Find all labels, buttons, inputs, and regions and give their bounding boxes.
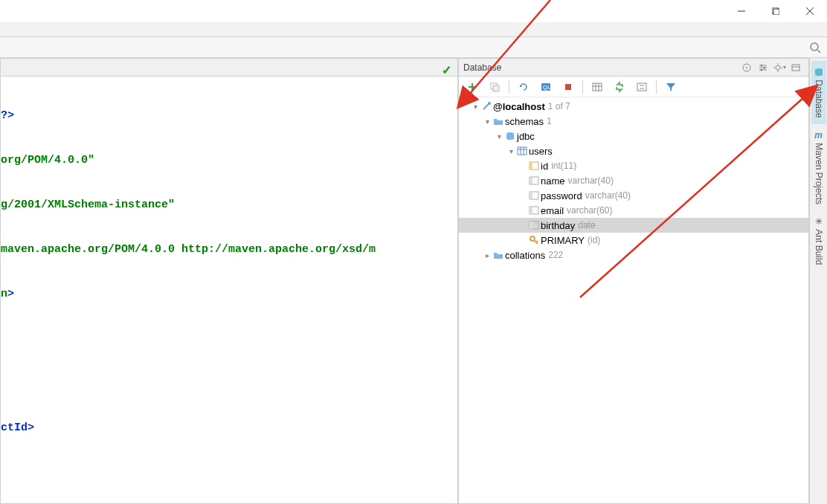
table-button[interactable]	[588, 78, 606, 96]
tree-column-email[interactable]: email varchar(60)	[459, 203, 808, 218]
code-line: n	[1, 288, 7, 300]
database-tree[interactable]: ▾ @localhost 1 of 7 ▾ schemas 1 ▾ jdbc ▾…	[459, 97, 808, 503]
console-button[interactable]: QL	[537, 78, 555, 96]
code-line: org/POM/4.0.0"	[1, 154, 94, 167]
add-button[interactable]	[463, 78, 481, 96]
svg-text:QL: QL	[543, 84, 551, 91]
maximize-button[interactable]	[759, 0, 793, 22]
refresh-button[interactable]	[515, 78, 532, 96]
svg-line-6	[817, 50, 820, 53]
connection-icon	[480, 101, 493, 112]
svg-rect-49	[530, 192, 532, 199]
code-line: ?>	[1, 109, 14, 122]
svg-point-8	[746, 67, 747, 68]
database-title: Database	[463, 62, 738, 73]
column-icon	[527, 175, 541, 186]
tree-connection[interactable]: ▾ @localhost 1 of 7	[459, 99, 808, 114]
filter-button[interactable]	[662, 78, 680, 96]
editor-tabs	[1, 59, 457, 77]
svg-point-5	[811, 43, 818, 51]
tree-settings-icon[interactable]	[756, 61, 770, 74]
minimize-icon	[738, 7, 745, 15]
tree-primary-key[interactable]: PRIMARY (id)	[459, 233, 808, 248]
tree-table[interactable]: ▾ users	[459, 143, 808, 158]
tree-database[interactable]: ▾ jdbc	[459, 129, 808, 143]
search-icon[interactable]	[809, 42, 821, 54]
editor-pane: ✓ ?> org/POM/4.0.0" g/2001/XMLSchema-ins…	[0, 58, 458, 504]
menu-bar	[0, 22, 827, 37]
tree-collations[interactable]: ▸ collations 222	[459, 248, 808, 262]
folder-icon	[492, 250, 505, 260]
svg-point-12	[761, 64, 763, 66]
svg-point-14	[761, 68, 763, 71]
code-line: maven.apache.org/POM/4.0.0 http://maven.…	[1, 243, 376, 256]
hide-panel-icon[interactable]	[789, 61, 802, 74]
database-toolbar: QL	[459, 77, 808, 97]
tab-database[interactable]: Database	[811, 61, 826, 124]
database-header: Database ▾	[459, 59, 808, 77]
code-line: ctId>	[1, 421, 34, 434]
svg-rect-30	[593, 83, 602, 91]
sync-button[interactable]	[611, 78, 628, 96]
svg-point-15	[776, 65, 780, 70]
stop-button[interactable]	[559, 78, 577, 96]
database-icon	[814, 67, 824, 77]
tab-maven[interactable]: m Maven Projects	[811, 124, 826, 210]
ant-icon: ✳	[815, 216, 823, 227]
minimize-button[interactable]	[724, 0, 759, 22]
tree-column-name[interactable]: name varchar(40)	[459, 173, 808, 188]
svg-point-38	[488, 102, 491, 105]
column-icon	[527, 205, 541, 216]
svg-rect-45	[530, 162, 532, 169]
close-icon	[806, 7, 814, 15]
code-line: g/2001/XMLSchema-instance"	[1, 198, 175, 211]
database-icon	[503, 131, 517, 141]
tree-column-id[interactable]: id int(11)	[459, 158, 808, 173]
duplicate-button[interactable]	[486, 78, 503, 96]
right-sidebar: Database m Maven Projects ✳ Ant Build	[809, 58, 827, 504]
code-editor[interactable]: ?> org/POM/4.0.0" g/2001/XMLSchema-insta…	[1, 77, 457, 504]
column-icon	[527, 220, 541, 230]
check-icon: ✓	[442, 63, 451, 77]
column-pk-icon	[527, 161, 541, 171]
svg-rect-29	[565, 84, 571, 90]
column-icon	[527, 190, 541, 201]
svg-line-56	[536, 241, 538, 242]
key-icon	[527, 235, 541, 245]
maximize-icon	[772, 7, 779, 15]
collapse-button[interactable]	[633, 78, 651, 96]
window-controls	[724, 0, 827, 22]
target-icon[interactable]	[740, 61, 753, 74]
svg-rect-53	[530, 222, 532, 229]
table-icon	[515, 146, 529, 156]
tree-column-birthday[interactable]: birthday date	[459, 218, 808, 233]
svg-marker-37	[666, 83, 675, 91]
folder-icon	[492, 116, 505, 126]
svg-rect-2	[773, 9, 779, 15]
svg-rect-40	[518, 147, 527, 155]
svg-point-13	[764, 66, 766, 68]
svg-rect-51	[530, 207, 532, 214]
close-button[interactable]	[793, 0, 827, 22]
toolbar-strip	[0, 37, 827, 58]
svg-rect-47	[530, 177, 532, 184]
svg-rect-25	[493, 85, 499, 91]
gear-icon[interactable]: ▾	[773, 61, 786, 74]
tab-ant[interactable]: ✳ Ant Build	[811, 210, 826, 271]
tree-column-password[interactable]: password varchar(40)	[459, 188, 808, 203]
svg-rect-20	[792, 65, 799, 71]
database-panel: Database ▾ QL ▾ @localhost 1	[458, 58, 809, 504]
maven-icon: m	[814, 130, 823, 140]
tree-schemas[interactable]: ▾ schemas 1	[459, 114, 808, 129]
svg-rect-34	[637, 83, 646, 91]
